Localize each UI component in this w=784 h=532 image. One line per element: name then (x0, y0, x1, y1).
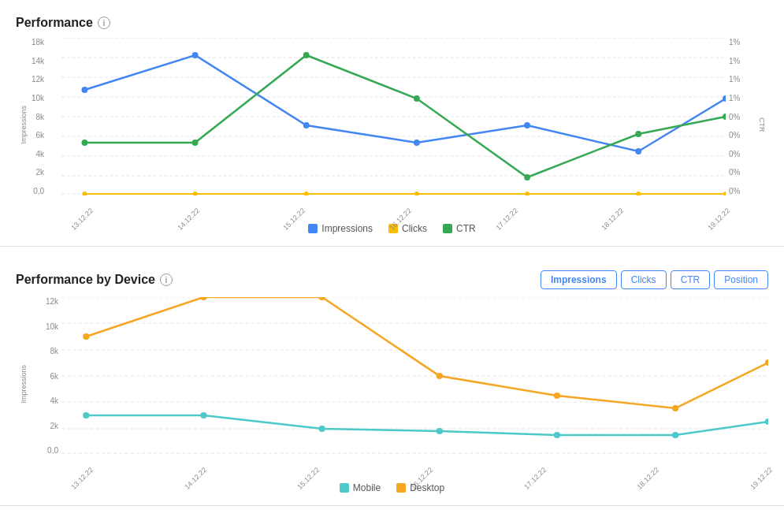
btn-ctr[interactable]: CTR (671, 270, 711, 289)
desktop-line (86, 297, 768, 408)
device-section-header: Performance by Device i Impressions Clic… (16, 270, 768, 289)
device-title-text: Performance by Device (16, 273, 155, 287)
svg-point-19 (525, 192, 529, 195)
performance-chart-svg (61, 38, 726, 195)
legend-mobile: Mobile (340, 482, 381, 493)
svg-point-39 (437, 373, 443, 379)
device-info-icon[interactable]: i (160, 273, 173, 286)
svg-point-40 (554, 392, 560, 399)
device-title: Performance by Device i (16, 273, 173, 287)
svg-point-12 (524, 122, 530, 128)
svg-point-49 (765, 419, 768, 425)
y-axis-ctr-label: CTR (758, 117, 766, 132)
svg-point-20 (636, 192, 641, 195)
svg-point-23 (192, 140, 199, 146)
device-chart-wrapper: Impressions 12k 10k 8k 6k 4k 2k 0,0 (16, 297, 768, 471)
legend-ctr-dot (443, 224, 452, 233)
y-axis-left-labels: 18k 14k 12k 10k 8k 6k 4k 2k 0,0 (32, 38, 44, 195)
svg-point-26 (524, 174, 530, 180)
svg-point-15 (82, 192, 87, 195)
svg-point-25 (414, 95, 420, 102)
legend-ctr: CTR (443, 223, 476, 234)
performance-info-icon[interactable]: i (98, 17, 110, 29)
svg-point-46 (437, 428, 443, 434)
legend-mobile-dot (340, 483, 349, 493)
svg-point-47 (554, 432, 560, 438)
svg-point-17 (304, 192, 309, 195)
svg-point-22 (81, 140, 87, 146)
performance-section: Performance i Impressions (0, 0, 784, 247)
svg-point-24 (303, 52, 310, 58)
svg-point-21 (723, 192, 726, 195)
performance-chart-wrapper: Impressions (16, 38, 768, 211)
svg-point-9 (192, 52, 199, 58)
y-axis-right-labels: 1% 1% 1% 1% 0% 0% 0% 0% 0% (726, 38, 756, 195)
svg-point-41 (672, 405, 678, 411)
y-axis-impressions-label: Impressions (20, 106, 28, 144)
legend-desktop-dot (396, 483, 406, 493)
svg-point-27 (635, 131, 641, 137)
svg-point-44 (200, 412, 206, 419)
x-axis-labels-2: 13.12.22 14.12.22 15.12.22 16.12.22 17.1… (61, 458, 768, 474)
legend-impressions-dot (308, 224, 318, 233)
device-controls: Impressions Clicks CTR Position (541, 270, 768, 289)
svg-point-28 (723, 113, 726, 120)
legend-impressions: Impressions (308, 223, 373, 234)
performance-title-text: Performance (16, 16, 93, 30)
svg-point-45 (318, 426, 325, 432)
device-section: Performance by Device i Impressions Clic… (0, 255, 784, 506)
performance-title: Performance i (16, 16, 768, 30)
svg-point-13 (635, 148, 641, 154)
btn-impressions[interactable]: Impressions (541, 270, 617, 289)
device-y-axis-label: Impressions (20, 365, 28, 404)
impressions-dot (81, 87, 87, 93)
device-chart-svg (61, 297, 768, 455)
x-axis-labels-1: 13.12.22 14.12.22 15.12.22 16.12.22 17.1… (61, 199, 726, 214)
svg-point-48 (672, 432, 678, 438)
svg-point-16 (193, 192, 198, 195)
svg-point-11 (414, 140, 420, 146)
svg-point-10 (303, 122, 310, 128)
device-y-axis-left-labels: 12k 10k 8k 6k 4k 2k 0,0 (32, 297, 61, 455)
svg-point-43 (83, 412, 89, 419)
mobile-line (86, 415, 768, 435)
ctr-line (84, 55, 726, 177)
svg-point-18 (414, 192, 419, 195)
device-legend: Mobile Desktop (16, 482, 768, 493)
svg-point-37 (200, 297, 206, 300)
btn-clicks[interactable]: Clicks (621, 270, 667, 289)
btn-position[interactable]: Position (714, 270, 768, 289)
svg-point-36 (83, 333, 89, 340)
